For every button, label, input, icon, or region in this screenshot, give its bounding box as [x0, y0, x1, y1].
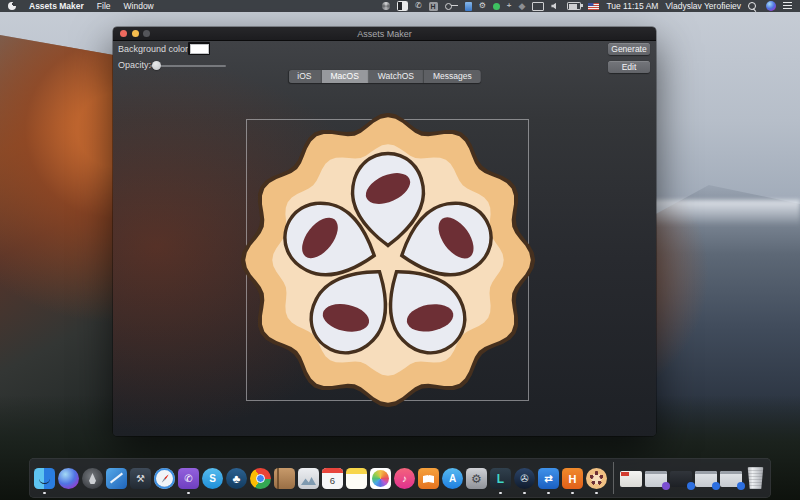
slider-knob[interactable]	[152, 61, 161, 70]
generate-button[interactable]: Generate	[608, 43, 650, 55]
tab-watchos[interactable]: WatchOS	[369, 70, 424, 83]
green-dot-status-icon[interactable]	[493, 3, 500, 10]
safari-dock-icon[interactable]	[154, 468, 175, 489]
shield-status-icon[interactable]: ◆	[518, 2, 525, 11]
finder-dock-icon[interactable]	[34, 468, 55, 489]
background-color-well[interactable]	[188, 42, 210, 55]
cocoa-pod-artwork	[241, 113, 535, 407]
chrome-dock-icon[interactable]	[250, 468, 271, 489]
platform-segmented-control: iOS MacOS WatchOS Messages	[288, 70, 480, 83]
minimized-viber-window-thumbnail[interactable]	[645, 471, 667, 487]
minimized-terminal-window-thumbnail[interactable]	[670, 471, 692, 487]
h-app-dock-icon[interactable]: H	[562, 468, 583, 489]
app-badge-icon	[712, 482, 720, 490]
trash-dock-icon[interactable]	[747, 467, 764, 489]
gear-status-icon[interactable]: ⚙	[479, 2, 486, 10]
volume-icon[interactable]	[551, 3, 556, 10]
menu-clock[interactable]: Tue 11:15 AM	[606, 1, 658, 11]
key-status-icon[interactable]	[445, 3, 452, 10]
input-language-flag-icon[interactable]	[588, 3, 599, 10]
h-app-status-icon[interactable]: H	[429, 2, 438, 11]
opacity-label: Opacity:	[118, 60, 151, 70]
background-color-label: Background color:	[118, 44, 191, 54]
app-store-dock-icon[interactable]: A	[442, 468, 463, 489]
photos-dock-icon[interactable]	[370, 468, 391, 489]
skype-dock-icon[interactable]: S	[202, 468, 223, 489]
battery-icon[interactable]	[567, 2, 581, 10]
app-badge-icon	[687, 482, 695, 490]
launchpad-dock-icon[interactable]	[82, 468, 103, 489]
dock-divider	[613, 462, 614, 494]
spotlight-search-icon[interactable]	[748, 2, 756, 10]
minimized-document-thumbnail[interactable]	[620, 471, 642, 487]
assets-maker-window: Assets Maker Background color: Opacity: …	[113, 27, 656, 436]
window-title: Assets Maker	[113, 29, 656, 39]
dock: ⚒ ✆ S ♣ 6 ♪ A ⚙ L ✇ ⇄ H	[29, 458, 771, 498]
airplay-display-icon[interactable]	[532, 2, 544, 11]
crosshair-status-icon[interactable]: +	[507, 2, 512, 10]
system-preferences-dock-icon[interactable]: ⚙	[466, 468, 487, 489]
menu-file[interactable]: File	[97, 1, 111, 11]
apple-menu-icon[interactable]	[8, 2, 16, 10]
contacts-dock-icon[interactable]	[274, 468, 295, 489]
l-app-dock-icon[interactable]: L	[490, 468, 511, 489]
display-status-icon[interactable]	[397, 1, 408, 11]
window-titlebar[interactable]: Assets Maker	[113, 27, 656, 41]
zoom-button[interactable]	[143, 30, 150, 37]
menu-app-name[interactable]: Assets Maker	[29, 1, 84, 11]
siri-dock-icon[interactable]	[58, 468, 79, 489]
close-button[interactable]	[120, 30, 127, 37]
calendar-dock-icon[interactable]: 6	[322, 468, 343, 489]
tab-macos[interactable]: MacOS	[322, 70, 369, 83]
preview-dock-icon[interactable]	[298, 468, 319, 489]
sourcetree-dock-icon[interactable]: ♣	[226, 468, 247, 489]
minimized-app-window-thumbnail[interactable]	[695, 471, 717, 487]
edit-button[interactable]: Edit	[608, 61, 650, 73]
tab-messages[interactable]: Messages	[424, 70, 481, 83]
steam-dock-icon[interactable]: ✇	[514, 468, 535, 489]
assets-maker-dock-icon[interactable]	[586, 468, 607, 489]
time-machine-status-icon[interactable]	[382, 2, 390, 10]
notification-center-icon[interactable]	[783, 2, 792, 10]
notes-dock-icon[interactable]	[346, 468, 367, 489]
tab-ios[interactable]: iOS	[288, 70, 321, 83]
icon-preview-canvas[interactable]	[246, 119, 529, 401]
document-status-icon[interactable]	[465, 2, 472, 11]
ibooks-dock-icon[interactable]	[418, 468, 439, 489]
opacity-slider[interactable]	[150, 61, 226, 71]
menu-user-name[interactable]: Vladyslav Yerofieiev	[665, 1, 741, 11]
xcode-dock-icon[interactable]: ⚒	[130, 468, 151, 489]
viber-status-icon[interactable]: ✆	[415, 2, 422, 10]
app-badge-icon	[737, 482, 745, 490]
teamviewer-dock-icon[interactable]: ⇄	[538, 468, 559, 489]
menu-bar: Assets Maker File Window ✆ H ⚙ + ◆ Tue 1…	[0, 0, 800, 12]
viber-dock-icon[interactable]: ✆	[178, 468, 199, 489]
slider-track[interactable]	[150, 65, 226, 67]
minimized-app-window-thumbnail[interactable]	[720, 471, 742, 487]
minimize-button[interactable]	[132, 30, 139, 37]
window-content: Background color: Opacity: Generate Edit…	[113, 41, 656, 436]
color-swatch	[190, 44, 209, 54]
blueprint-app-dock-icon[interactable]	[106, 468, 127, 489]
itunes-dock-icon[interactable]: ♪	[394, 468, 415, 489]
siri-icon[interactable]	[766, 1, 776, 11]
viber-badge-icon	[662, 482, 670, 490]
menu-window[interactable]: Window	[124, 1, 154, 11]
